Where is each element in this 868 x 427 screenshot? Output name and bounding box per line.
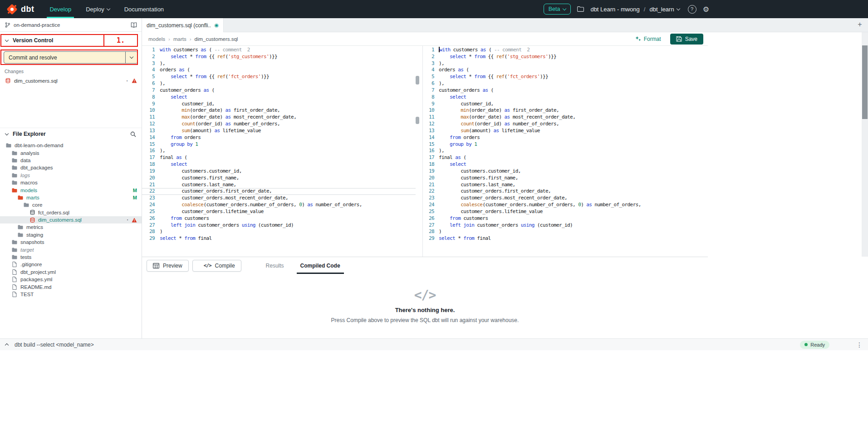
code-line-22[interactable]: 22 customer_orders.first_order_date, <box>425 188 708 195</box>
preview-button[interactable]: Preview <box>147 260 189 272</box>
code-line-26[interactable]: 26 from customers <box>142 215 416 222</box>
code-line-22[interactable]: 22 customer_orders.first_order_date, <box>142 188 416 195</box>
code-line-21[interactable]: 21 customers.last_name, <box>425 182 708 189</box>
vertical-scrollbar[interactable] <box>862 32 868 257</box>
breadcrumb-item[interactable]: dim_customers.sql <box>195 36 238 42</box>
tree-item-logs[interactable]: logs <box>0 172 142 179</box>
code-line-19[interactable]: 19 customers.customer_id, <box>425 168 708 175</box>
tree-item-macros[interactable]: macros <box>0 179 142 186</box>
account-name[interactable]: dbt Learn - mwong <box>590 6 639 13</box>
tree-item-test[interactable]: TEST <box>0 291 142 298</box>
tree-item-analysis[interactable]: analysis <box>0 149 142 156</box>
code-line-2[interactable]: 2 select * from {{ ref('stg_customers')}… <box>425 54 708 60</box>
scrollbar-thumb[interactable] <box>416 76 419 84</box>
code-line-5[interactable]: 5 select * from {{ ref('fct_orders')}} <box>425 74 708 80</box>
code-line-7[interactable]: 7customer_orders as ( <box>425 87 708 94</box>
code-line-14[interactable]: 14 from orders <box>425 134 708 141</box>
tree-item--gitignore[interactable]: .gitignore <box>0 261 142 268</box>
editor-pane-left[interactable]: 1with customers as ( -- comment 22 selec… <box>142 46 416 257</box>
code-line-17[interactable]: 17final as ( <box>425 154 708 161</box>
code-line-24[interactable]: 24 coalesce(customer_orders.number_of_or… <box>142 202 416 209</box>
tree-item-dim-customers-sql[interactable]: dim_customers.sql· <box>0 216 142 223</box>
tree-item-dbt-project-yml[interactable]: dbt_project.yml <box>0 268 142 276</box>
commit-and-resolve-button[interactable]: Commit and resolve <box>4 51 138 64</box>
tree-item-data[interactable]: data <box>0 157 142 164</box>
file-explorer-header[interactable]: File Explorer <box>0 128 142 140</box>
code-line-7[interactable]: 7customer_orders as ( <box>142 87 416 94</box>
results-tab-compiled-code[interactable]: Compiled Code <box>292 257 348 274</box>
nav-deploy[interactable]: Deploy <box>78 0 117 18</box>
code-line-23[interactable]: 23 customer_orders.most_recent_order_dat… <box>142 195 416 202</box>
code-line-26[interactable]: 26 from customers <box>425 215 708 222</box>
code-line-20[interactable]: 20 customers.first_name, <box>142 175 416 182</box>
code-line-28[interactable]: 28) <box>425 228 708 235</box>
nav-documentation[interactable]: Documentation <box>117 0 171 18</box>
tree-item-target[interactable]: target <box>0 246 142 253</box>
docs-book-icon[interactable] <box>131 22 137 28</box>
tree-item-metrics[interactable]: metrics <box>0 223 142 231</box>
help-icon[interactable]: ? <box>688 5 696 14</box>
code-line-19[interactable]: 19 customers.customer_id, <box>142 168 416 175</box>
format-button[interactable]: Format <box>635 36 661 42</box>
overview-ruler[interactable] <box>416 46 419 257</box>
code-line-10[interactable]: 10 min(order_date) as first_order_date, <box>142 107 416 114</box>
code-line-29[interactable]: 29select * from final <box>142 235 416 242</box>
code-line-1[interactable]: 1with customers as ( -- comment 2 <box>425 47 708 54</box>
code-line-3[interactable]: 3), <box>142 60 416 67</box>
tree-item-marts[interactable]: martsM <box>0 194 142 201</box>
changed-file-row[interactable]: dim_customers.sql · <box>0 76 142 85</box>
code-line-8[interactable]: 8 select <box>142 94 416 101</box>
code-line-16[interactable]: 16), <box>142 148 416 154</box>
code-line-18[interactable]: 18 select <box>425 161 708 168</box>
code-line-6[interactable]: 6), <box>142 80 416 87</box>
code-line-16[interactable]: 16), <box>425 148 708 154</box>
save-button[interactable]: Save <box>670 34 703 45</box>
tree-item-tests[interactable]: tests <box>0 253 142 261</box>
commit-dropdown-button[interactable] <box>125 52 137 63</box>
code-line-11[interactable]: 11 max(order_date) as most_recent_order_… <box>425 114 708 121</box>
tree-item-staging[interactable]: staging <box>0 231 142 238</box>
scrollbar-thumb[interactable] <box>862 45 868 119</box>
version-control-header[interactable]: Version Control <box>0 35 142 46</box>
kebab-menu-icon[interactable]: ⋮ <box>856 341 863 348</box>
code-line-1[interactable]: 1with customers as ( -- comment 2 <box>142 47 416 54</box>
search-icon[interactable] <box>130 131 136 137</box>
breadcrumb-item[interactable]: marts <box>173 36 186 42</box>
code-line-9[interactable]: 9 customer_id, <box>142 101 416 108</box>
code-line-27[interactable]: 27 left join customer_orders using (cust… <box>425 222 708 229</box>
tree-item-fct-orders-sql[interactable]: fct_orders.sql <box>0 209 142 216</box>
results-tab-results[interactable]: Results <box>258 257 292 274</box>
tree-item-snapshots[interactable]: snapshots <box>0 238 142 246</box>
code-line-10[interactable]: 10 min(order_date) as first_order_date, <box>425 107 708 114</box>
branch-selector[interactable]: on-demand-practice <box>0 18 142 32</box>
code-line-12[interactable]: 12 count(order_id) as number_of_orders, <box>142 121 416 128</box>
tree-item-models[interactable]: modelsM <box>0 186 142 194</box>
tree-item-core[interactable]: core <box>0 201 142 209</box>
code-line-25[interactable]: 25 customer_orders.lifetime_value <box>425 209 708 215</box>
code-line-28[interactable]: 28) <box>142 228 416 235</box>
code-line-18[interactable]: 18 select <box>142 161 416 168</box>
breadcrumb-item[interactable]: models <box>148 36 165 42</box>
code-line-4[interactable]: 4orders as ( <box>425 67 708 74</box>
project-selector[interactable]: dbt_learn <box>649 6 679 13</box>
tree-item-dbt-learn-on-demand[interactable]: dbt-learn-on-demand <box>0 142 142 149</box>
code-line-13[interactable]: 13 sum(amount) as lifetime_value <box>142 128 416 134</box>
code-line-27[interactable]: 27 left join customer_orders using (cust… <box>142 222 416 229</box>
code-line-15[interactable]: 15 group by 1 <box>142 141 416 148</box>
gear-icon[interactable]: ⚙ <box>703 5 709 14</box>
dbt-logo[interactable]: dbt <box>0 4 42 15</box>
code-line-23[interactable]: 23 customer_orders.most_recent_order_dat… <box>425 195 708 202</box>
code-line-20[interactable]: 20 customers.first_name, <box>425 175 708 182</box>
code-line-17[interactable]: 17final as ( <box>142 154 416 161</box>
code-line-9[interactable]: 9 customer_id, <box>425 101 708 108</box>
nav-develop[interactable]: Develop <box>42 0 78 18</box>
tree-item-readme-md[interactable]: README.md <box>0 283 142 290</box>
new-tab-button[interactable]: + <box>855 20 864 29</box>
code-line-13[interactable]: 13 sum(amount) as lifetime_value <box>425 128 708 134</box>
chevron-up-icon[interactable] <box>5 343 9 347</box>
code-line-15[interactable]: 15 group by 1 <box>425 141 708 148</box>
editor-pane-right[interactable]: 1with customers as ( -- comment 22 selec… <box>425 46 708 257</box>
code-line-25[interactable]: 25 customer_orders.lifetime_value <box>142 209 416 215</box>
code-line-4[interactable]: 4orders as ( <box>142 67 416 74</box>
code-line-29[interactable]: 29select * from final <box>425 235 708 242</box>
